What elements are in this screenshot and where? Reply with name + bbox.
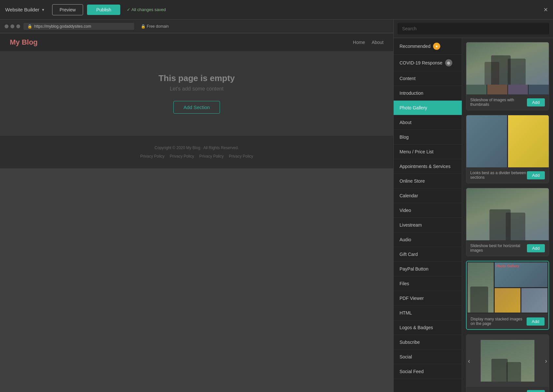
- footer-link-4: Privacy Policy: [229, 154, 253, 159]
- sidebar-item-audio[interactable]: Audio: [394, 232, 462, 247]
- sidebar-item-social[interactable]: Social: [394, 350, 462, 364]
- empty-page-title: This page is empty: [158, 73, 235, 83]
- site-nav-bar: My Blog Home About: [0, 33, 393, 51]
- browser-url: 🔒 https://myblog.godaddysites.com: [23, 23, 134, 30]
- sidebar-item-photo-gallery-label: Photo Gallery: [400, 105, 427, 110]
- sidebar-item-video[interactable]: Video: [394, 203, 462, 218]
- browser-dots: [5, 24, 20, 28]
- card-horizontal: Photo Gallery Slideshow best for horizon…: [466, 188, 549, 256]
- dot2: [10, 24, 14, 28]
- sidebar-item-menu-price[interactable]: Menu / Price List: [394, 145, 462, 159]
- card-carousel: Photo Gallery ‹ › Carousel of photos: [466, 334, 549, 392]
- card3-add-button[interactable]: Add: [527, 244, 545, 252]
- sidebar-item-livestream-label: Livestream: [400, 222, 422, 228]
- sidebar-item-social-feed-label: Social Feed: [400, 369, 424, 374]
- recommended-badge: ★: [433, 43, 440, 50]
- panel-body: Recommended ★ COVID-19 Response ⊕ Conten…: [394, 38, 553, 392]
- sidebar-item-calendar[interactable]: Calendar: [394, 189, 462, 203]
- sidebar-item-video-label: Video: [400, 208, 411, 213]
- search-bar: [394, 20, 553, 38]
- site-nav-links: Home About: [353, 40, 384, 45]
- sidebar-item-html[interactable]: HTML: [394, 306, 462, 320]
- footer-links: Privacy Policy Privacy Policy Privacy Po…: [10, 154, 384, 159]
- brand-label: Website Builder ▼: [5, 7, 45, 12]
- footer-link-2: Privacy Policy: [170, 154, 194, 159]
- card4-desc: Display many stacked images on the page: [471, 317, 527, 326]
- card1-footer: Slideshow of images with thumbnails Add: [466, 94, 549, 110]
- card4-footer: Display many stacked images on the page …: [467, 314, 548, 329]
- sidebar-item-paypal[interactable]: PayPal Button: [394, 262, 462, 276]
- sidebar-item-recommended[interactable]: Recommended ★: [394, 38, 462, 55]
- card4-add-button[interactable]: Add: [527, 317, 545, 326]
- site-footer: Copyright © 2020 My Blog · All Rights Re…: [0, 136, 393, 168]
- sidebar-item-files[interactable]: Files: [394, 276, 462, 291]
- sidebar-item-social-feed[interactable]: Social Feed: [394, 364, 462, 379]
- sidebar-item-subscribe-label: Subscribe: [400, 340, 420, 345]
- sidebar-item-blog[interactable]: Blog: [394, 130, 462, 145]
- sidebar-item-gift-card[interactable]: Gift Card: [394, 247, 462, 262]
- card5-add-button[interactable]: Add: [527, 390, 545, 392]
- add-section-button[interactable]: Add Section: [173, 101, 220, 114]
- preview-button[interactable]: Preview: [52, 4, 83, 15]
- brand-chevron-icon: ▼: [41, 8, 45, 12]
- sidebar-item-content[interactable]: Content: [394, 71, 462, 86]
- empty-page-sub: Let's add some content: [170, 86, 224, 92]
- card-horizontal-preview: Photo Gallery: [466, 188, 549, 240]
- footer-link-3: Privacy Policy: [199, 154, 224, 159]
- sidebar-item-audio-label: Audio: [400, 237, 411, 242]
- right-panel: Recommended ★ COVID-19 Response ⊕ Conten…: [393, 20, 553, 392]
- free-domain-label: 🔒 Free domain: [141, 24, 169, 29]
- lock-icon: 🔒: [27, 24, 32, 29]
- sidebar-item-social-label: Social: [400, 354, 412, 359]
- dot1: [5, 24, 8, 28]
- top-bar: Website Builder ▼ Preview Publish ✓ All …: [0, 0, 553, 20]
- sidebar-item-content-label: Content: [400, 76, 415, 81]
- card3-desc: Slideshow best for horizontal images: [470, 244, 527, 253]
- card1-add-button[interactable]: Add: [527, 98, 545, 106]
- sidebar-item-introduction[interactable]: Introduction: [394, 86, 462, 101]
- publish-button[interactable]: Publish: [87, 5, 120, 15]
- sidebar-item-appointments[interactable]: Appointments & Services: [394, 159, 462, 174]
- preview-area: 🔒 https://myblog.godaddysites.com 🔒 Free…: [0, 20, 393, 392]
- sidebar-item-paypal-label: PayPal Button: [400, 266, 429, 272]
- card-thumbs-preview: Photo Gallery: [466, 42, 549, 94]
- site-nav-about: About: [371, 40, 384, 45]
- sidebar-item-logos-badges-label: Logos & Badges: [400, 325, 433, 330]
- site-nav-home: Home: [353, 40, 365, 45]
- sidebar-item-calendar-label: Calendar: [400, 193, 418, 198]
- sidebar-item-covid19[interactable]: COVID-19 Response ⊕: [394, 55, 462, 71]
- browser-bar: 🔒 https://myblog.godaddysites.com 🔒 Free…: [0, 20, 393, 33]
- website-content: My Blog Home About This page is empty Le…: [0, 33, 393, 392]
- card-grid-preview: Photo Gallery: [467, 261, 548, 314]
- card1-desc: Slideshow of images with thumbnails: [470, 98, 527, 107]
- sidebar-item-blog-label: Blog: [400, 134, 409, 140]
- sidebar-item-subscribe[interactable]: Subscribe: [394, 335, 462, 350]
- card2-footer: Looks best as a divider between sections…: [466, 167, 549, 183]
- sidebar-item-photo-gallery[interactable]: Photo Gallery: [394, 101, 462, 115]
- footer-link-1: Privacy Policy: [140, 154, 165, 159]
- sidebar-item-livestream[interactable]: Livestream: [394, 218, 462, 232]
- card2-desc: Looks best as a divider between sections: [470, 171, 527, 180]
- card2-add-button[interactable]: Add: [527, 171, 545, 179]
- sidebar-item-online-store-label: Online Store: [400, 178, 425, 184]
- section-list: Recommended ★ COVID-19 Response ⊕ Conten…: [394, 38, 462, 392]
- saved-status: ✓ All changes saved: [127, 7, 166, 12]
- sidebar-item-logos-badges[interactable]: Logos & Badges: [394, 320, 462, 335]
- sidebar-item-gift-card-label: Gift Card: [400, 252, 418, 257]
- card-grid: Photo Gallery Display many stacked image…: [466, 261, 549, 330]
- sidebar-item-recommended-label: Recommended: [400, 44, 430, 49]
- sidebar-item-menu-price-label: Menu / Price List: [400, 149, 433, 154]
- sidebar-item-covid19-label: COVID-19 Response: [400, 60, 443, 65]
- sidebar-item-online-store[interactable]: Online Store: [394, 174, 462, 189]
- card5-footer: Carousel of photos Add: [466, 387, 549, 392]
- footer-copyright: Copyright © 2020 My Blog · All Rights Re…: [10, 146, 384, 150]
- site-title: My Blog: [10, 38, 38, 47]
- close-button[interactable]: ×: [544, 6, 548, 13]
- cards-area: Photo Gallery: [462, 38, 553, 392]
- search-input[interactable]: [398, 23, 549, 35]
- dot3: [16, 24, 20, 28]
- sidebar-item-pdf-viewer[interactable]: PDF Viewer: [394, 291, 462, 306]
- card-carousel-preview: Photo Gallery ‹ ›: [466, 335, 549, 387]
- sidebar-item-about[interactable]: About: [394, 115, 462, 130]
- sidebar-item-pdf-viewer-label: PDF Viewer: [400, 296, 424, 301]
